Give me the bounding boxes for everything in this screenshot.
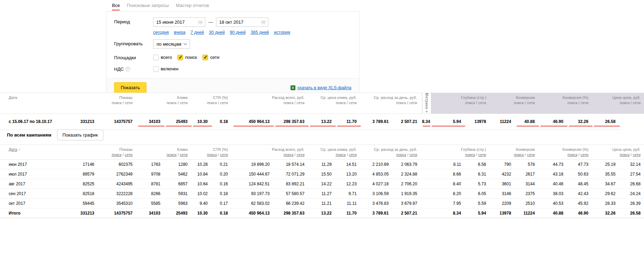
column-header: Конверсиипоиск / сети: [491, 145, 540, 160]
table-cell: 10.64: [192, 179, 213, 189]
table-cell: 6.31: [466, 169, 491, 179]
subheader-search-link[interactable]: поиск: [396, 153, 406, 157]
table-cell: 10.02: [192, 189, 213, 199]
subheader-net-link[interactable]: сети: [527, 153, 535, 157]
table-cell: 26.39: [620, 199, 644, 208]
quick-period-links: сегодня вчера 7 дней 30 дней 90 дней 365…: [153, 30, 294, 35]
table-cell: 25.19: [593, 160, 620, 169]
period-link-history[interactable]: история: [274, 30, 290, 35]
subheader-search-link[interactable]: поиск: [336, 153, 346, 157]
period-link-90days[interactable]: 90 дней: [230, 30, 246, 35]
tab-all[interactable]: Все: [112, 3, 120, 10]
table-cell: 0.18: [213, 114, 233, 130]
metrika-separator[interactable]: Метрика »: [422, 93, 431, 114]
platform-checkbox-search[interactable]: поиск: [177, 55, 197, 60]
date-from-input[interactable]: [156, 20, 195, 25]
checkbox-icon[interactable]: [153, 66, 159, 72]
table-cell: 32.14: [620, 160, 644, 169]
checkbox-icon[interactable]: [153, 55, 159, 60]
period-link-365days[interactable]: 365 дней: [251, 30, 269, 35]
subheader-search-link[interactable]: поиск: [620, 153, 630, 157]
subheader-net-link[interactable]: сети: [633, 153, 641, 157]
subheader-net-link[interactable]: сети: [125, 153, 133, 157]
column-header-date[interactable]: Дата ↑: [0, 145, 63, 160]
sort-arrow-icon: ↑: [17, 147, 20, 152]
column-header: Кликипоиск / сети: [137, 145, 192, 160]
table-cell: 5462: [165, 169, 192, 179]
date-sort-link[interactable]: Дата: [9, 147, 17, 152]
checkbox-icon[interactable]: [202, 55, 208, 60]
calendar-icon[interactable]: [261, 20, 265, 24]
table-cell: 13978: [491, 208, 516, 218]
help-icon[interactable]: ?: [126, 67, 130, 71]
subheader-net-link[interactable]: сети: [180, 153, 188, 157]
platforms-label: Площадки: [114, 53, 153, 60]
table-cell: 45.92: [568, 199, 593, 208]
table-cell: 1 919.35: [393, 189, 422, 199]
checkbox-icon[interactable]: [177, 55, 183, 60]
platform-checkbox-total[interactable]: всего: [153, 55, 172, 60]
table-cell: 12.23: [336, 179, 361, 189]
table-row: июн 2017171466023751763128010.280.2119 8…: [0, 160, 644, 169]
table-cell: 2209: [491, 199, 516, 208]
subheader-net-link[interactable]: сети: [410, 153, 417, 157]
subheader-net-link[interactable]: сети: [581, 153, 588, 157]
date-to-field[interactable]: [216, 17, 268, 27]
subheader-net-link[interactable]: сети: [220, 153, 228, 157]
table-cell: 8.34: [431, 208, 466, 218]
campaigns-title: По всем кампаниям: [7, 132, 51, 138]
subheader-search-link[interactable]: поиск: [167, 153, 177, 157]
group-select[interactable]: по месяцам: [153, 39, 190, 49]
group-row: Группировать по месяцам: [114, 39, 351, 49]
show-button[interactable]: Показать: [114, 82, 146, 93]
period-link-7days[interactable]: 7 дней: [191, 30, 204, 35]
table-cell: 3 789.61: [361, 114, 393, 130]
subheader-search-link[interactable]: поиск: [465, 153, 475, 157]
tab-report-wizard[interactable]: Мастер отчетов: [176, 3, 209, 10]
subheader-net-link[interactable]: сети: [349, 153, 357, 157]
table-cell: 32.26: [568, 114, 593, 130]
table-cell: 2617: [516, 169, 540, 179]
table-cell: 10.84: [192, 169, 213, 179]
table-row: авг 20178252542434958781685710.640.16124…: [0, 179, 644, 189]
period-link-30days[interactable]: 30 дней: [209, 30, 225, 35]
vat-checkbox[interactable]: включен: [153, 66, 178, 72]
subheader-net-link[interactable]: сети: [478, 153, 486, 157]
subheader-search-link[interactable]: поиск: [567, 153, 578, 157]
subheader-search-link[interactable]: поиск: [514, 153, 524, 157]
show-chart-button[interactable]: Показать график: [57, 130, 104, 140]
table-cell: 3 789.61: [361, 208, 393, 218]
column-header: Ср. расход за день, руб.поиск / сети: [361, 145, 422, 160]
filter-panel: Период — сегодня вчера 7 дней: [106, 11, 359, 97]
table-cell: 19 896.20: [233, 160, 275, 169]
table-cell: 9708: [137, 169, 165, 179]
table-cell: 8.34: [422, 114, 431, 130]
date-from-field[interactable]: [153, 17, 205, 27]
period-link-today[interactable]: сегодня: [153, 30, 169, 35]
subheader-search-link[interactable]: поиск: [207, 153, 217, 157]
row-label: июл 2017: [0, 169, 63, 179]
subheader-search-link[interactable]: поиск: [284, 153, 294, 157]
table-cell: 2 063.79: [393, 160, 422, 169]
table-cell: 2 507.21: [393, 208, 422, 218]
table-cell: 32.26: [593, 208, 620, 218]
date-to-input[interactable]: [219, 20, 258, 25]
table-row: окт 2017594453545310558559639.400.1762 5…: [0, 199, 644, 208]
group-label: Группировать: [114, 39, 153, 49]
platform-checkbox-net[interactable]: сети: [202, 55, 220, 60]
table-cell: 50.63: [568, 169, 593, 179]
tab-search-queries[interactable]: Поисковые запросы: [127, 3, 169, 10]
column-header: Расход всего, руб.поиск / сети: [233, 145, 309, 160]
table-cell: 450 964.13: [233, 208, 275, 218]
calendar-icon[interactable]: [198, 20, 202, 24]
download-xls-link[interactable]: X скачать в виде XLS-файла: [291, 85, 351, 90]
table-cell: 3146: [491, 189, 516, 199]
table-cell: 44.73: [540, 160, 568, 169]
table-cell: 89579: [63, 169, 99, 179]
table-cell: 13.20: [336, 169, 361, 179]
subheader-net-link[interactable]: сети: [297, 153, 304, 157]
subheader-search-link[interactable]: поиск: [112, 153, 122, 157]
row-label: сен 2017: [0, 189, 63, 199]
table-cell: 4232: [491, 169, 516, 179]
period-link-yesterday[interactable]: вчера: [174, 30, 185, 35]
